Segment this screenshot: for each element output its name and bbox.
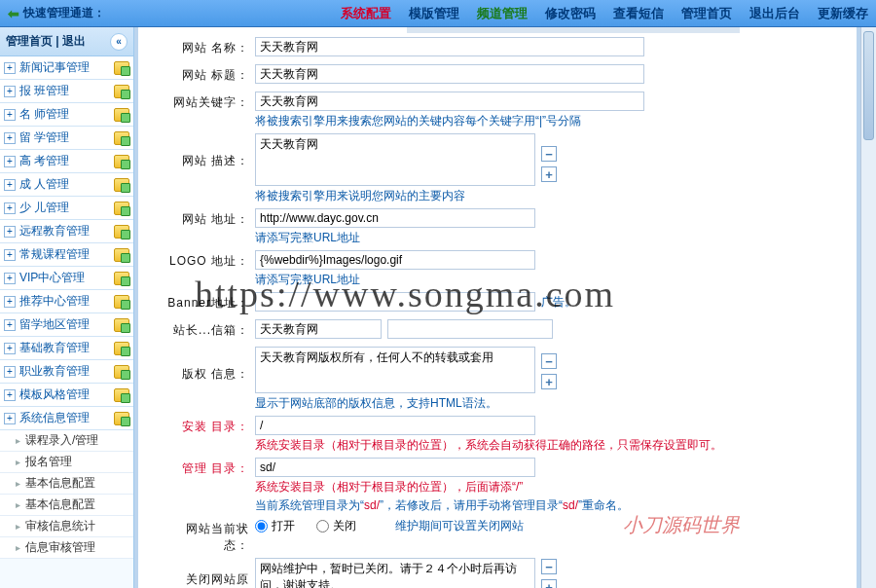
input-banner-url[interactable] xyxy=(255,292,535,312)
sidebar-head-label[interactable]: 管理首页 | 退出 xyxy=(6,33,86,50)
textarea-close-reason[interactable]: 网站维护中，暂时已关闭。请于２４个小时后再访问，谢谢支持。 xyxy=(255,558,535,588)
sidebar-sub-0[interactable]: 课程录入/管理 xyxy=(0,430,133,452)
expand-icon[interactable]: + xyxy=(4,109,16,121)
hint-install-dir: 系统安装目录（相对于根目录的位置），系统会自动获得正确的路径，只需保存设置即可。 xyxy=(255,437,851,454)
collapse-icon[interactable]: « xyxy=(110,33,128,51)
nav-sysconfig[interactable]: 系统配置 xyxy=(341,5,391,22)
input-site-title[interactable] xyxy=(255,64,644,84)
sidebar-item-11[interactable]: +留学地区管理 xyxy=(0,313,133,337)
expand-icon[interactable]: + xyxy=(4,156,16,167)
desc-expand-icon[interactable]: + xyxy=(541,166,557,182)
sidebar-item-label: 远程教育管理 xyxy=(19,223,114,239)
sidebar-item-label: 系统信息管理 xyxy=(19,410,114,426)
copy-expand-icon[interactable]: + xyxy=(541,374,557,389)
hint-manage-dir2: 当前系统管理目录为“sd/”，若修改后，请用手动将管理目录“sd/”重命名。 xyxy=(255,497,851,514)
sidebar-sub-5[interactable]: 信息审核管理 xyxy=(0,537,133,559)
sidebar-item-label: 名 师管理 xyxy=(19,106,114,123)
sidebar-item-label: 职业教育管理 xyxy=(19,363,114,380)
sidebar-item-5[interactable]: +成 人管理 xyxy=(0,173,133,197)
label-keywords: 网站关键字： xyxy=(162,92,255,111)
sidebar-sub-3[interactable]: 基本信息配置 xyxy=(0,495,133,516)
sidebar-item-10[interactable]: +推荐中心管理 xyxy=(0,290,133,313)
folder-icon xyxy=(114,225,129,239)
sidebar-item-8[interactable]: +常规课程管理 xyxy=(0,243,133,267)
sidebar-item-12[interactable]: +基础教育管理 xyxy=(0,337,133,360)
sidebar-item-label: 模板风格管理 xyxy=(19,386,114,403)
desc-shrink-icon[interactable]: − xyxy=(541,146,557,162)
input-site-name[interactable] xyxy=(255,37,644,56)
quick-channel-label: 快速管理通道： xyxy=(23,5,105,21)
reason-expand-icon[interactable]: + xyxy=(541,579,557,588)
folder-icon xyxy=(114,202,129,215)
sidebar-item-label: 高 考管理 xyxy=(19,153,114,169)
input-logo-url[interactable] xyxy=(255,250,535,270)
sidebar-item-4[interactable]: +高 考管理 xyxy=(0,150,133,173)
sidebar-item-2[interactable]: +名 师管理 xyxy=(0,103,133,127)
content-area: 网站 名称： 网站 标题： 网站关键字： 将被搜索引擎用来搜索您网站的关键内容每… xyxy=(134,27,876,588)
expand-icon[interactable]: + xyxy=(4,296,16,308)
expand-icon[interactable]: + xyxy=(4,389,16,401)
label-close-reason: 关闭网站原因： xyxy=(162,558,255,588)
textarea-description[interactable]: 天天教育网 xyxy=(255,133,535,186)
nav-password[interactable]: 修改密码 xyxy=(545,5,596,22)
expand-icon[interactable]: + xyxy=(4,319,16,331)
hint-site-url: 请添写完整URL地址 xyxy=(255,230,851,246)
sidebar-sub-4[interactable]: 审核信息统计 xyxy=(0,516,133,537)
nav-home[interactable]: 管理首页 xyxy=(681,5,732,22)
expand-icon[interactable]: + xyxy=(4,413,16,424)
label-site-url: 网站 地址： xyxy=(162,208,255,228)
sidebar-item-0[interactable]: +新闻记事管理 xyxy=(0,56,133,80)
sidebar-item-label: 报 班管理 xyxy=(19,83,114,99)
input-site-url[interactable] xyxy=(255,208,535,228)
expand-icon[interactable]: + xyxy=(4,132,16,144)
hint-logo-url: 请添写完整URL地址 xyxy=(255,272,851,288)
sidebar-item-1[interactable]: +报 班管理 xyxy=(0,80,133,103)
input-keywords[interactable] xyxy=(255,92,644,111)
folder-icon xyxy=(114,85,129,98)
expand-icon[interactable]: + xyxy=(4,62,16,74)
sidebar-item-label: 成 人管理 xyxy=(19,176,114,193)
nav-channel[interactable]: 频道管理 xyxy=(477,5,528,22)
input-install-dir[interactable] xyxy=(255,416,535,435)
sidebar-item-label: VIP中心管理 xyxy=(19,270,114,286)
radio-open[interactable]: 打开 xyxy=(255,518,295,534)
sidebar-item-14[interactable]: +模板风格管理 xyxy=(0,384,133,407)
sidebar-item-13[interactable]: +职业教育管理 xyxy=(0,360,133,384)
label-install-dir: 安装 目录： xyxy=(162,416,255,435)
sidebar: 管理首页 | 退出 « +新闻记事管理+报 班管理+名 师管理+留 学管理+高 … xyxy=(0,27,134,588)
input-manage-dir[interactable] xyxy=(255,458,535,477)
sidebar-sub-2[interactable]: 基本信息配置 xyxy=(0,473,133,495)
input-webmaster-mail[interactable] xyxy=(387,319,553,339)
scrollbar[interactable] xyxy=(860,27,876,588)
expand-icon[interactable]: + xyxy=(4,226,16,238)
folder-icon xyxy=(114,388,129,402)
nav-logout[interactable]: 退出后台 xyxy=(749,5,800,22)
radio-close[interactable]: 关闭 xyxy=(316,518,356,534)
label-status: 网站当前状态： xyxy=(162,518,255,554)
expand-icon[interactable]: + xyxy=(4,249,16,261)
expand-icon[interactable]: + xyxy=(4,86,16,97)
expand-icon[interactable]: + xyxy=(4,343,16,354)
sidebar-item-6[interactable]: +少 儿管理 xyxy=(0,197,133,220)
input-webmaster-name[interactable] xyxy=(255,319,382,339)
label-webmaster: 站长...信箱： xyxy=(162,319,255,339)
label-copyright: 版权 信息： xyxy=(162,347,255,383)
nav-template[interactable]: 模版管理 xyxy=(409,5,459,22)
nav-cache[interactable]: 更新缓存 xyxy=(818,5,868,22)
label-site-name: 网站 名称： xyxy=(162,37,255,56)
expand-icon[interactable]: + xyxy=(4,179,16,191)
sidebar-item-15[interactable]: +系统信息管理 xyxy=(0,407,133,430)
reason-shrink-icon[interactable]: − xyxy=(541,559,557,574)
expand-icon[interactable]: + xyxy=(4,273,16,284)
sidebar-item-9[interactable]: +VIP中心管理 xyxy=(0,267,133,290)
expand-icon[interactable]: + xyxy=(4,202,16,214)
copy-shrink-icon[interactable]: − xyxy=(541,353,557,369)
hint-copyright: 显示于网站底部的版权信息，支持HTML语法。 xyxy=(255,395,851,412)
expand-icon[interactable]: + xyxy=(4,366,16,378)
nav-sms[interactable]: 查看短信 xyxy=(613,5,664,22)
hint-description: 将被搜索引擎用来说明您网站的主要内容 xyxy=(255,188,851,204)
sidebar-item-3[interactable]: +留 学管理 xyxy=(0,127,133,150)
sidebar-item-7[interactable]: +远程教育管理 xyxy=(0,220,133,243)
sidebar-sub-1[interactable]: 报名管理 xyxy=(0,452,133,473)
textarea-copyright[interactable]: 天天教育网版权所有，任何人不的转载或套用 xyxy=(255,347,535,393)
